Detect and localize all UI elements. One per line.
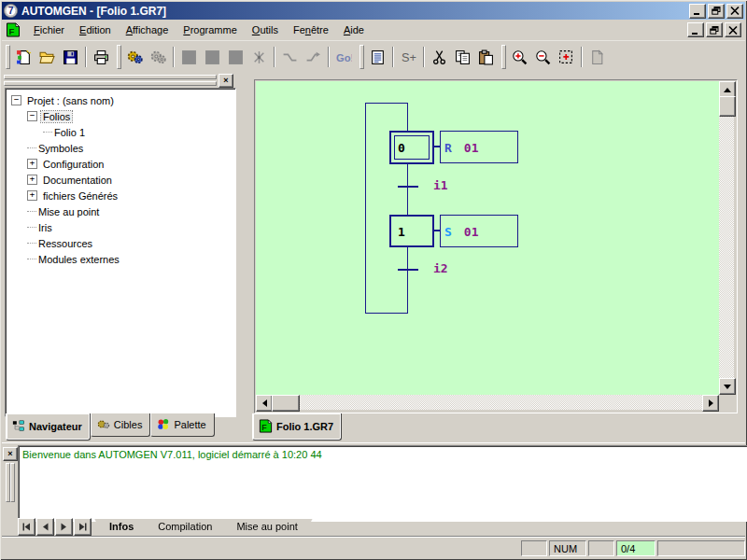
toolbar: Go!S+ bbox=[2, 40, 745, 74]
menu-bar: F FichierEditionAffichageProgrammeOutils… bbox=[2, 20, 745, 41]
vertical-scroll-thumb[interactable] bbox=[719, 96, 736, 117]
action-1-box[interactable]: S01 bbox=[440, 215, 518, 247]
compile-button[interactable] bbox=[123, 46, 147, 69]
toolbar-grip[interactable] bbox=[6, 45, 10, 69]
zoom-out-button[interactable] bbox=[531, 46, 555, 69]
zoom-region-button[interactable] bbox=[555, 46, 578, 69]
scroll-down-button[interactable] bbox=[719, 378, 736, 395]
menu-fichier[interactable]: Fichier bbox=[26, 21, 72, 38]
expand-toggle-icon[interactable]: + bbox=[27, 159, 37, 169]
output-log[interactable]: Bienvenue dans AUTOMGEN V7.011, logiciel… bbox=[18, 445, 747, 522]
tree-item-label[interactable]: Mise au point bbox=[36, 206, 101, 217]
step-1-box[interactable]: 1 bbox=[389, 215, 434, 247]
paste-button[interactable] bbox=[474, 46, 498, 69]
zoom-in-button[interactable] bbox=[508, 46, 531, 69]
menu-edition[interactable]: Edition bbox=[72, 21, 119, 38]
print-button[interactable] bbox=[90, 46, 113, 69]
output-close-button[interactable]: × bbox=[3, 447, 18, 461]
menu-affichage[interactable]: Affichage bbox=[119, 21, 176, 38]
vertical-scrollbar[interactable] bbox=[719, 81, 734, 395]
transition-2-tick[interactable] bbox=[398, 269, 418, 271]
save-button[interactable] bbox=[59, 46, 82, 69]
s-plus-icon: S+ bbox=[401, 49, 416, 65]
arrow-right-icon bbox=[709, 399, 713, 407]
copy-button[interactable] bbox=[451, 46, 474, 69]
tabs-next-button[interactable] bbox=[55, 518, 73, 536]
collapse-toggle-icon[interactable]: − bbox=[27, 111, 37, 121]
horizontal-scroll-thumb[interactable] bbox=[272, 395, 300, 412]
menu-programme[interactable]: Programme bbox=[176, 21, 244, 38]
grafcet-canvas[interactable]: 0 R01 i1 1 S01 bbox=[256, 81, 719, 395]
toolbar-group-0 bbox=[4, 44, 113, 70]
collapse-toggle-icon[interactable]: − bbox=[11, 95, 21, 105]
minimize-icon bbox=[691, 26, 700, 35]
zoom-out-icon bbox=[535, 49, 551, 65]
menu-items: FichierEditionAffichageProgrammeOutilsFe… bbox=[26, 21, 687, 38]
tree-row: Iris bbox=[7, 219, 235, 235]
toolbar-grip[interactable] bbox=[359, 45, 364, 69]
close-icon bbox=[728, 26, 738, 35]
tab-folio-1-gr7[interactable]: FFolio 1.GR7 bbox=[252, 413, 342, 441]
panel-grip[interactable] bbox=[4, 75, 217, 85]
expand-toggle-icon[interactable]: + bbox=[27, 175, 37, 185]
output-grip[interactable] bbox=[10, 463, 15, 502]
tabs-first-button[interactable] bbox=[18, 518, 35, 536]
tree-item-label[interactable]: fichiers Générés bbox=[41, 190, 120, 202]
horizontal-scrollbar[interactable] bbox=[256, 395, 719, 410]
compile-all-button bbox=[147, 46, 170, 69]
tab-navigateur[interactable]: Navigateur bbox=[6, 413, 91, 441]
tree-item-label[interactable]: Projet : (sans nom) bbox=[25, 95, 116, 106]
scroll-right-button[interactable] bbox=[702, 395, 719, 412]
menu-fenetre[interactable]: Fenêtre bbox=[286, 21, 336, 38]
folio-page-icon[interactable]: F bbox=[6, 22, 21, 37]
panel-close-button[interactable]: × bbox=[218, 74, 233, 88]
open-button[interactable] bbox=[35, 46, 59, 69]
action-0-prefix: R bbox=[444, 140, 452, 154]
tree-item-label[interactable]: Documentation bbox=[41, 175, 114, 186]
menu-aide[interactable]: Aide bbox=[336, 21, 372, 38]
tree-item-label[interactable]: Symboles bbox=[36, 143, 85, 154]
tabs-last-button[interactable] bbox=[74, 518, 92, 536]
menu-outils[interactable]: Outils bbox=[245, 21, 286, 38]
tree-row: +Configuration bbox=[7, 156, 235, 172]
tree-item-label[interactable]: Folios bbox=[41, 111, 72, 122]
arrow-down-icon bbox=[724, 385, 731, 389]
tab-compilation[interactable]: Compilation bbox=[143, 519, 227, 535]
close-button[interactable] bbox=[726, 4, 743, 19]
tabs-prev-button[interactable] bbox=[36, 518, 54, 536]
transition-1-tick[interactable] bbox=[398, 186, 418, 188]
output-tab-row: InfosCompilationMise au point bbox=[18, 516, 745, 537]
tab-infos[interactable]: Infos bbox=[94, 519, 148, 535]
action-0-box[interactable]: R01 bbox=[440, 131, 518, 163]
tree-item-label[interactable]: Configuration bbox=[41, 159, 106, 170]
expand-toggle-icon[interactable]: + bbox=[27, 190, 37, 201]
mdi-close-button[interactable] bbox=[725, 22, 741, 37]
add-symbol-button[interactable]: S+ bbox=[397, 46, 420, 69]
minimize-button[interactable] bbox=[689, 4, 706, 19]
tree-item-label[interactable]: Folio 1 bbox=[52, 127, 87, 138]
tab-mise-au-point[interactable]: Mise au point bbox=[221, 519, 312, 535]
tab-cibles[interactable]: Cibles bbox=[91, 413, 151, 437]
status-empty-3 bbox=[657, 540, 745, 556]
tree-item-label[interactable]: Ressources bbox=[36, 238, 94, 249]
folio-frame: 0 R01 i1 1 S01 bbox=[254, 79, 738, 413]
folio-page-icon: F bbox=[259, 419, 273, 433]
tab-palette[interactable]: Palette bbox=[150, 413, 214, 437]
mdi-restore-button[interactable] bbox=[706, 22, 723, 37]
toolbar-grip[interactable] bbox=[117, 45, 121, 69]
step-0-number: 0 bbox=[398, 141, 405, 155]
mdi-minimize-button[interactable] bbox=[687, 22, 704, 37]
welcome-message: Bienvenue dans AUTOMGEN V7.011, logiciel… bbox=[22, 449, 322, 460]
output-tab-nav bbox=[18, 518, 92, 536]
tree-item-label[interactable]: Modules externes bbox=[36, 254, 121, 265]
symbols-button[interactable] bbox=[366, 46, 389, 69]
step-button bbox=[278, 46, 302, 69]
scroll-left-button[interactable] bbox=[256, 395, 273, 412]
toolbar-grip[interactable] bbox=[501, 45, 506, 69]
tree-item-label[interactable]: Iris bbox=[36, 222, 54, 233]
new-button[interactable] bbox=[12, 46, 35, 69]
action-0-operand: 01 bbox=[464, 140, 479, 154]
step-0-box[interactable]: 0 bbox=[389, 131, 434, 164]
restore-button[interactable] bbox=[708, 4, 725, 19]
cut-button[interactable] bbox=[428, 46, 451, 69]
